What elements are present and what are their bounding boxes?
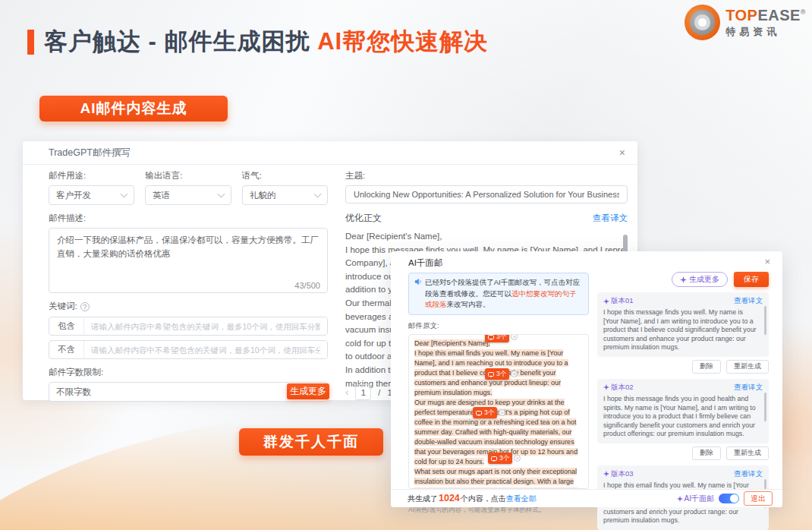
original-email-label: 邮件原文: bbox=[408, 321, 589, 331]
ai-toggle-label: AI千面邮 bbox=[677, 494, 714, 504]
description-label: 邮件描述: bbox=[49, 213, 328, 224]
exclude-label: 不含 bbox=[49, 341, 84, 358]
subject-label: 主题: bbox=[345, 170, 628, 181]
sparkle-icon bbox=[603, 298, 609, 304]
include-label: 包含 bbox=[49, 317, 84, 335]
composer-title: TradeGPT邮件撰写 bbox=[49, 147, 131, 158]
scrollbar[interactable] bbox=[764, 393, 766, 421]
info-banner: 已经对5个段落提供了AI千面邮改写，可点击对应段落查看或修改。您还可以选中想要改… bbox=[408, 273, 589, 315]
exclude-keywords-input[interactable] bbox=[84, 341, 327, 358]
delete-button[interactable]: 删除 bbox=[692, 446, 721, 460]
toggle-knob bbox=[730, 494, 738, 503]
chat-icon bbox=[488, 372, 494, 377]
language-select[interactable]: 英语 bbox=[145, 185, 231, 205]
sparkle-icon bbox=[677, 496, 683, 502]
prev-page-icon[interactable]: ‹ bbox=[345, 386, 348, 398]
word-limit-label: 邮件字数限制: bbox=[49, 367, 328, 378]
rewrite-count-badge[interactable]: 3个 bbox=[485, 334, 509, 342]
logo-circle-icon bbox=[685, 5, 720, 40]
body-line: Dear [Recipient's Name], bbox=[345, 230, 628, 244]
section-badge-ai-email: AI邮件内容生成 bbox=[39, 96, 228, 121]
version-view-translation-link[interactable]: 查看译文 bbox=[734, 469, 763, 479]
title-prefix: 客户触达 - 邮件生成困扰 bbox=[44, 28, 317, 55]
slide: 客户触达 - 邮件生成困扰 AI帮您快速解决 TOPEASE® 特易资讯 AI邮… bbox=[0, 0, 812, 530]
ai-panel-footer: 共生成了1024个内容，点击查看全部 AI千面邮 退出 bbox=[391, 489, 782, 507]
registered-mark: ® bbox=[801, 8, 806, 16]
badge-close-icon[interactable]: × bbox=[511, 334, 518, 340]
rewrite-count-badge[interactable]: 3个 bbox=[488, 453, 512, 464]
tone-field: 语气: 礼貌的 bbox=[242, 170, 328, 205]
ai-panel-close-icon[interactable]: × bbox=[764, 256, 770, 267]
badge-close-icon[interactable]: × bbox=[511, 371, 518, 377]
composer-close-icon[interactable]: × bbox=[619, 141, 625, 165]
chevron-down-icon bbox=[217, 190, 225, 197]
version-card: 版本02 查看译文 I hope this message finds you … bbox=[597, 379, 769, 443]
version-label: 版本01 bbox=[603, 296, 634, 306]
delete-button[interactable]: 删除 bbox=[692, 360, 721, 374]
logo-text: TOPEASE® 特易资讯 bbox=[725, 7, 806, 39]
chat-icon bbox=[491, 456, 497, 461]
rewrite-count-badge[interactable]: 3个 bbox=[485, 368, 509, 380]
tone-label: 语气: bbox=[242, 170, 328, 181]
include-keywords-input[interactable] bbox=[84, 317, 327, 335]
logo-brand-cn: 特易资讯 bbox=[725, 25, 806, 39]
version-view-translation-link[interactable]: 查看译文 bbox=[734, 383, 763, 393]
section-badge-mass-send: 群发千人千面 bbox=[239, 428, 383, 456]
page-title: 客户触达 - 邮件生成困扰 AI帮您快速解决 bbox=[44, 26, 488, 58]
title-accent: AI帮您快速解决 bbox=[317, 28, 488, 55]
description-field-wrap: 介绍一下我的保温杯产品，保温保冷都可以，容量大方便携带。工厂直销，大量采购的话价… bbox=[49, 228, 328, 293]
purpose-select[interactable]: 客户开发 bbox=[49, 185, 134, 205]
badge-close-icon[interactable]: × bbox=[514, 455, 521, 462]
char-counter: 43/500 bbox=[294, 281, 320, 290]
speaker-icon bbox=[414, 278, 422, 286]
scrollbar[interactable] bbox=[764, 306, 766, 335]
language-field: 输出语言: 英语 bbox=[145, 170, 231, 205]
help-icon[interactable]: ? bbox=[80, 302, 90, 311]
view-translation-link[interactable]: 查看译文 bbox=[593, 213, 628, 224]
sparkle-icon bbox=[603, 384, 609, 390]
page-separator: / bbox=[378, 388, 380, 397]
description-textarea[interactable]: 介绍一下我的保温杯产品，保温保冷都可以，容量大方便携带。工厂直销，大量采购的话价… bbox=[49, 229, 327, 292]
chat-icon bbox=[488, 335, 494, 339]
logo-brand-name: TOPEASE® bbox=[725, 7, 806, 24]
tone-select[interactable]: 礼貌的 bbox=[242, 185, 328, 205]
subject-input[interactable] bbox=[345, 185, 628, 203]
generated-count-text: 共生成了1024个内容，点击查看全部 bbox=[408, 493, 537, 504]
page-number[interactable]: 1 bbox=[355, 384, 371, 400]
generate-more-button[interactable]: 生成更多 bbox=[287, 383, 329, 399]
ai-panel-title: AI千面邮 bbox=[408, 257, 442, 269]
language-label: 输出语言: bbox=[145, 170, 231, 181]
badge-close-icon[interactable]: × bbox=[499, 409, 505, 416]
sparkle-icon bbox=[603, 471, 609, 477]
exit-button[interactable]: 退出 bbox=[744, 491, 773, 506]
word-limit-select[interactable]: 不限字数 bbox=[49, 382, 328, 402]
version-view-translation-link[interactable]: 查看译文 bbox=[734, 296, 763, 306]
exclude-keywords-row: 不含 bbox=[49, 340, 328, 359]
rewrite-count-badge[interactable]: 3个 bbox=[473, 407, 497, 418]
ai-original-column: 已经对5个段落提供了AI千面邮改写，可点击对应段落查看或修改。您还可以选中想要改… bbox=[408, 273, 589, 515]
regenerate-button[interactable]: 重新生成 bbox=[726, 360, 769, 374]
page-header: 客户触达 - 邮件生成困扰 AI帮您快速解决 bbox=[27, 26, 488, 58]
banner-text: 已经对5个段落提供了AI千面邮改写，可点击对应段落查看或修改。您还可以选中想要改… bbox=[425, 277, 583, 311]
include-keywords-row: 包含 bbox=[49, 317, 328, 336]
ai-rewrite-toggle[interactable] bbox=[719, 494, 739, 503]
sparkle-icon bbox=[680, 276, 687, 283]
chevron-down-icon bbox=[121, 190, 128, 197]
keywords-header: 关键词: ? bbox=[49, 301, 328, 312]
original-paragraph[interactable]: What sets our mugs apart is not only the… bbox=[414, 467, 583, 489]
composer-form: 邮件用途: 客户开发 输出语言: 英语 语气: 礼貌的 邮件描述: 介绍一下我的… bbox=[49, 170, 328, 402]
ai-generate-more-button[interactable]: 生成更多 bbox=[672, 272, 728, 287]
pagination: ‹ 1 / 1 bbox=[345, 384, 392, 400]
save-button[interactable]: 保存 bbox=[734, 272, 769, 287]
title-accent-bar bbox=[27, 30, 34, 55]
version-text: I hope this message finds you in good he… bbox=[603, 395, 763, 439]
view-all-link[interactable]: 查看全部 bbox=[506, 494, 537, 503]
keywords-label: 关键词: bbox=[49, 301, 77, 312]
version-label: 版本03 bbox=[603, 469, 634, 479]
composer-header: TradeGPT邮件撰写 × bbox=[23, 141, 637, 165]
brand-logo: TOPEASE® 特易资讯 bbox=[685, 5, 806, 40]
original-email-box[interactable]: Dear [Recipient's Name], I hope this ema… bbox=[408, 334, 589, 489]
regenerate-button[interactable]: 重新生成 bbox=[726, 446, 769, 460]
purpose-field: 邮件用途: 客户开发 bbox=[49, 170, 134, 205]
version-text: I hope this message finds you well. My n… bbox=[603, 308, 763, 352]
